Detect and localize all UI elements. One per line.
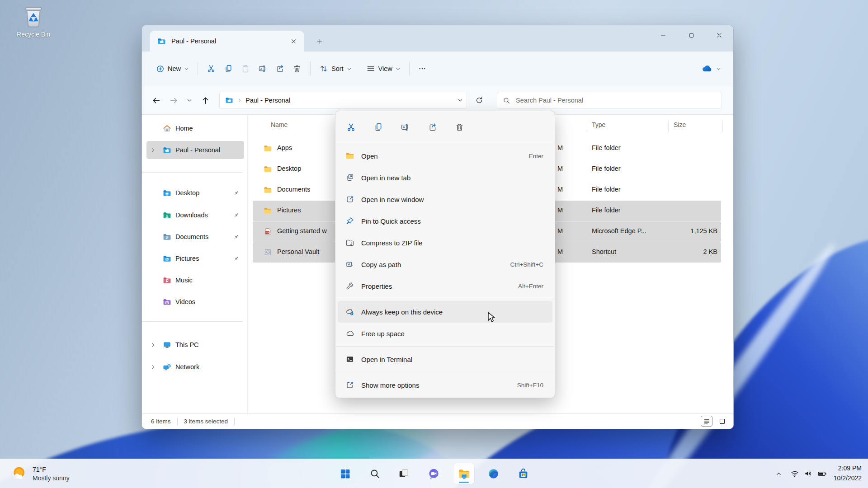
view-button[interactable]: View (362, 61, 405, 77)
new-button[interactable]: New (152, 61, 193, 77)
volume-button[interactable] (802, 465, 815, 483)
menu-item-compress-to-zip[interactable]: Compress to ZIP file (338, 232, 552, 253)
menu-item-open-in-new-window[interactable]: Open in new window (338, 188, 552, 210)
sidebar-item-paul-personal[interactable]: Paul - Personal (146, 141, 244, 159)
explorer-tab[interactable]: Paul - Personal (150, 31, 304, 52)
copy-button[interactable] (367, 117, 389, 137)
menu-item-label: Pin to Quick access (361, 217, 543, 225)
onedrive-status-button[interactable] (697, 59, 725, 78)
battery-icon (817, 469, 827, 479)
file-name: Apps (277, 144, 292, 151)
clock[interactable]: 2:09 PM 10/2/2022 (834, 464, 862, 483)
menu-item-always-keep-on-device[interactable]: Always keep on this device (338, 301, 552, 323)
share-button[interactable] (271, 61, 288, 77)
sidebar-item-pictures[interactable]: Pictures (146, 249, 244, 267)
arrow-right-icon (170, 96, 178, 105)
menu-item-label: Show more options (361, 381, 517, 389)
sidebar-item-downloads[interactable]: Downloads (146, 206, 244, 224)
column-divider[interactable] (587, 120, 587, 132)
tab-close-icon[interactable] (288, 35, 299, 47)
copy-as-path-icon (344, 260, 355, 269)
taskbar-search-button[interactable] (364, 463, 385, 484)
microsoft-store-button[interactable] (513, 463, 533, 484)
desktop-folder-icon (163, 189, 171, 197)
expand-chevron-icon[interactable] (150, 364, 156, 370)
large-icons-view-button[interactable] (716, 416, 728, 427)
sidebar-item-music[interactable]: Music (146, 271, 244, 289)
battery-button[interactable] (815, 465, 829, 483)
close-button[interactable] (705, 25, 733, 45)
menu-item-free-up-space[interactable]: Free up space (338, 323, 552, 344)
command-toolbar: New Sort View (142, 52, 733, 86)
context-menu-quick-actions (335, 113, 555, 141)
recycle-bin-shortcut[interactable]: Recycle Bin (6, 4, 61, 38)
expand-chevron-icon[interactable] (150, 342, 156, 348)
minimize-button[interactable] (649, 25, 677, 45)
forward-button[interactable] (166, 93, 181, 108)
recent-locations-button[interactable] (184, 93, 195, 108)
menu-divider (336, 346, 554, 347)
menu-item-properties[interactable]: Properties Alt+Enter (338, 275, 552, 297)
pdf-file-icon (264, 227, 272, 236)
delete-button[interactable] (288, 61, 306, 77)
menu-item-show-more-options[interactable]: Show more options Shift+F10 (338, 374, 552, 396)
column-divider[interactable] (722, 120, 723, 132)
share-button[interactable] (421, 117, 443, 137)
search-box[interactable] (497, 92, 722, 109)
new-tab-button[interactable] (313, 35, 326, 48)
paste-button[interactable] (237, 61, 254, 77)
column-divider[interactable] (668, 120, 669, 132)
wifi-status-button[interactable] (788, 465, 802, 483)
rename-button[interactable] (254, 61, 271, 77)
menu-item-open-in-new-tab[interactable]: Open in new tab (338, 167, 552, 188)
column-header-name[interactable]: Name (271, 121, 288, 128)
sort-button[interactable]: Sort (315, 61, 356, 77)
start-button[interactable] (335, 463, 355, 484)
copy-button[interactable] (220, 61, 237, 77)
details-view-button[interactable] (701, 416, 712, 427)
onedrive-folder-icon (163, 146, 171, 155)
menu-item-open[interactable]: Open Enter (338, 145, 552, 167)
file-name: Personal Vault (277, 248, 319, 255)
address-breadcrumb[interactable]: Paul - Personal (219, 92, 467, 109)
expand-chevron-icon[interactable] (150, 147, 156, 153)
see-more-button[interactable] (414, 61, 430, 76)
edge-icon (487, 468, 500, 480)
column-header-type[interactable]: Type (592, 121, 605, 128)
back-button[interactable] (148, 93, 164, 108)
menu-item-label: Open in new tab (361, 174, 543, 182)
chat-button[interactable] (423, 463, 444, 484)
sidebar-item-this-pc[interactable]: This PC (146, 336, 244, 354)
address-dropdown-icon[interactable] (458, 98, 463, 103)
up-button[interactable] (198, 93, 213, 108)
sidebar-item-videos[interactable]: Videos (146, 293, 244, 311)
menu-item-label: Open in new window (361, 196, 543, 203)
widgets-weather-button[interactable]: 71°F Mostly sunny (7, 463, 73, 484)
breadcrumb-path[interactable]: Paul - Personal (245, 97, 458, 104)
menu-item-pin-to-quick-access[interactable]: Pin to Quick access (338, 210, 552, 232)
new-button-label: New (168, 65, 181, 72)
column-header-size[interactable]: Size (674, 121, 686, 128)
cut-button[interactable] (340, 117, 362, 137)
menu-item-copy-as-path[interactable]: Copy as path Ctrl+Shift+C (338, 253, 552, 275)
sidebar-item-home[interactable]: Home (146, 119, 244, 137)
show-hidden-icons-button[interactable] (773, 465, 784, 483)
rename-button[interactable] (394, 117, 416, 137)
file-explorer-taskbar-button[interactable] (453, 463, 474, 484)
file-name: Desktop (277, 165, 301, 172)
sidebar-item-desktop[interactable]: Desktop (146, 184, 244, 202)
edge-browser-button[interactable] (483, 463, 504, 484)
copy-icon (373, 122, 383, 132)
task-view-button[interactable] (393, 463, 414, 484)
sidebar-item-network[interactable]: Network (146, 358, 244, 376)
search-input[interactable] (515, 96, 716, 104)
title-bar[interactable]: Paul - Personal (142, 25, 733, 52)
cut-button[interactable] (203, 61, 220, 77)
delete-button[interactable] (448, 117, 470, 137)
refresh-button[interactable] (472, 93, 487, 108)
documents-folder-icon (163, 233, 171, 241)
sidebar-item-documents[interactable]: Documents (146, 228, 244, 246)
menu-item-open-in-terminal[interactable]: Open in Terminal (338, 348, 552, 370)
maximize-button[interactable] (677, 25, 705, 45)
wifi-icon (790, 469, 799, 478)
